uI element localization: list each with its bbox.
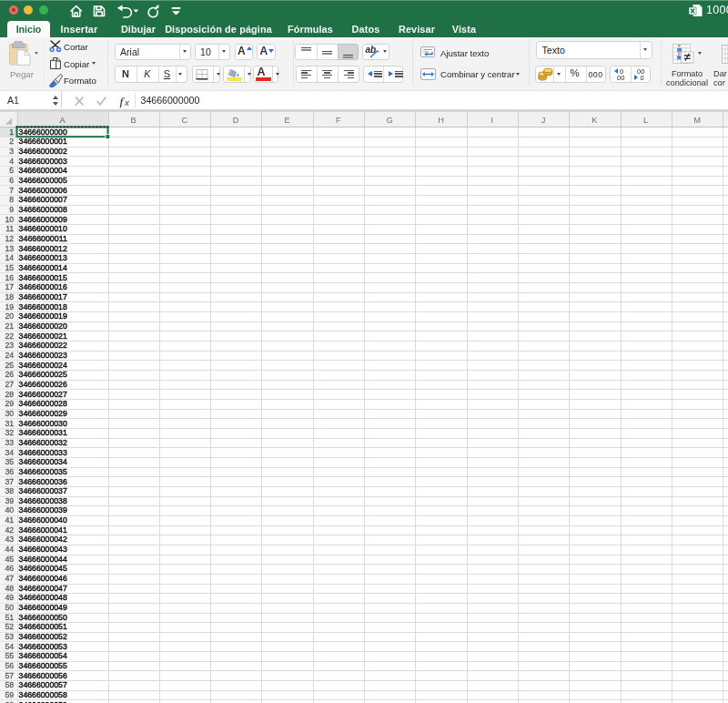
svg-text:34666000042: 34666000042 <box>19 534 67 544</box>
svg-text:14: 14 <box>5 253 15 262</box>
svg-text:34666000039: 34666000039 <box>19 504 67 515</box>
svg-text:34666000005: 34666000005 <box>19 175 67 185</box>
svg-text:34666000010: 34666000010 <box>19 223 67 233</box>
svg-text:34666000047: 34666000047 <box>19 582 67 592</box>
svg-text:E: E <box>284 116 289 125</box>
svg-text:59: 59 <box>5 690 15 699</box>
svg-text:34666000029: 34666000029 <box>19 407 67 417</box>
svg-text:9: 9 <box>9 205 14 214</box>
svg-text:34666000050: 34666000050 <box>19 611 67 621</box>
svg-text:30: 30 <box>5 408 15 417</box>
svg-text:34666000046: 34666000046 <box>19 573 67 583</box>
svg-text:L: L <box>643 116 648 125</box>
svg-text:24: 24 <box>5 350 15 359</box>
svg-text:34666000037: 34666000037 <box>19 485 67 495</box>
svg-text:34666000007: 34666000007 <box>19 194 67 204</box>
svg-text:34666000036: 34666000036 <box>19 475 67 485</box>
svg-text:34666000013: 34666000013 <box>19 252 67 262</box>
svg-text:28: 28 <box>5 389 15 398</box>
svg-text:36: 36 <box>5 466 15 475</box>
svg-text:47: 47 <box>5 574 15 583</box>
svg-text:55: 55 <box>5 651 15 660</box>
svg-text:34666000003: 34666000003 <box>19 155 67 165</box>
svg-text:34666000058: 34666000058 <box>19 689 67 699</box>
svg-text:34666000012: 34666000012 <box>19 242 67 252</box>
svg-text:34666000018: 34666000018 <box>19 301 67 311</box>
svg-text:34666000025: 34666000025 <box>19 369 67 379</box>
svg-text:34666000053: 34666000053 <box>19 640 67 650</box>
svg-text:K: K <box>592 116 598 125</box>
svg-text:10: 10 <box>5 214 15 223</box>
svg-text:1: 1 <box>9 127 14 136</box>
svg-text:34666000044: 34666000044 <box>19 553 68 563</box>
svg-text:44: 44 <box>5 545 15 554</box>
svg-text:34666000004: 34666000004 <box>19 165 68 175</box>
svg-text:34666000043: 34666000043 <box>19 544 67 554</box>
svg-text:34666000023: 34666000023 <box>19 349 67 359</box>
svg-text:B: B <box>131 116 136 125</box>
svg-text:20: 20 <box>5 311 15 321</box>
svg-text:34666000059: 34666000059 <box>19 698 67 703</box>
svg-text:34666000024: 34666000024 <box>19 359 68 369</box>
svg-text:48: 48 <box>5 583 15 592</box>
svg-text:D: D <box>233 116 239 125</box>
svg-text:26: 26 <box>5 370 15 379</box>
svg-text:25: 25 <box>5 360 15 369</box>
svg-text:34666000020: 34666000020 <box>19 320 67 330</box>
svg-text:34666000017: 34666000017 <box>19 290 67 301</box>
svg-text:34666000048: 34666000048 <box>19 592 67 602</box>
svg-text:4: 4 <box>9 156 14 165</box>
svg-text:60: 60 <box>5 699 15 703</box>
svg-text:52: 52 <box>5 622 15 631</box>
svg-text:51: 51 <box>5 612 15 621</box>
svg-text:32: 32 <box>5 428 15 437</box>
svg-text:G: G <box>386 116 392 125</box>
svg-text:34666000021: 34666000021 <box>19 330 67 340</box>
svg-text:34666000009: 34666000009 <box>19 213 67 223</box>
svg-text:6: 6 <box>9 176 14 185</box>
svg-text:46: 46 <box>5 564 15 573</box>
svg-text:34: 34 <box>5 447 15 456</box>
svg-text:34666000011: 34666000011 <box>19 233 67 243</box>
svg-text:12: 12 <box>5 234 15 243</box>
svg-text:34666000041: 34666000041 <box>19 524 67 534</box>
svg-text:8: 8 <box>9 195 14 204</box>
svg-text:7: 7 <box>9 185 14 194</box>
svg-text:2: 2 <box>9 137 14 146</box>
svg-text:41: 41 <box>5 515 15 525</box>
svg-text:x: x <box>124 97 130 107</box>
svg-text:34666000049: 34666000049 <box>19 602 67 612</box>
svg-text:34666000056: 34666000056 <box>19 669 67 679</box>
svg-text:34666000054: 34666000054 <box>19 650 68 660</box>
svg-text:34666000040: 34666000040 <box>19 515 67 525</box>
svg-text:34666000015: 34666000015 <box>19 271 67 281</box>
svg-text:34666000038: 34666000038 <box>19 494 67 504</box>
svg-text:43: 43 <box>5 535 15 544</box>
svg-text:34666000052: 34666000052 <box>19 631 67 641</box>
svg-text:34666000032: 34666000032 <box>19 436 67 446</box>
svg-text:34666000045: 34666000045 <box>19 563 67 573</box>
svg-text:C: C <box>182 116 188 125</box>
svg-text:31: 31 <box>5 418 15 427</box>
svg-text:34666000034: 34666000034 <box>19 456 68 466</box>
svg-text:34666000026: 34666000026 <box>19 378 67 388</box>
svg-text:42: 42 <box>5 525 15 534</box>
svg-text:A: A <box>59 116 66 125</box>
svg-text:13: 13 <box>5 243 15 252</box>
svg-text:23: 23 <box>5 341 15 350</box>
svg-text:I: I <box>491 116 494 125</box>
svg-text:34666000028: 34666000028 <box>19 398 67 408</box>
svg-text:34666000031: 34666000031 <box>19 427 67 437</box>
svg-text:56: 56 <box>5 661 15 670</box>
svg-text:18: 18 <box>5 291 15 301</box>
svg-text:49: 49 <box>5 593 15 602</box>
svg-text:M: M <box>693 116 701 125</box>
svg-text:40: 40 <box>5 505 15 515</box>
svg-text:34666000002: 34666000002 <box>19 146 67 156</box>
svg-text:37: 37 <box>5 476 15 485</box>
svg-text:58: 58 <box>5 680 15 689</box>
svg-text:35: 35 <box>5 457 15 466</box>
svg-text:5: 5 <box>9 166 14 175</box>
svg-text:J: J <box>541 116 546 125</box>
svg-text:45: 45 <box>5 554 15 563</box>
